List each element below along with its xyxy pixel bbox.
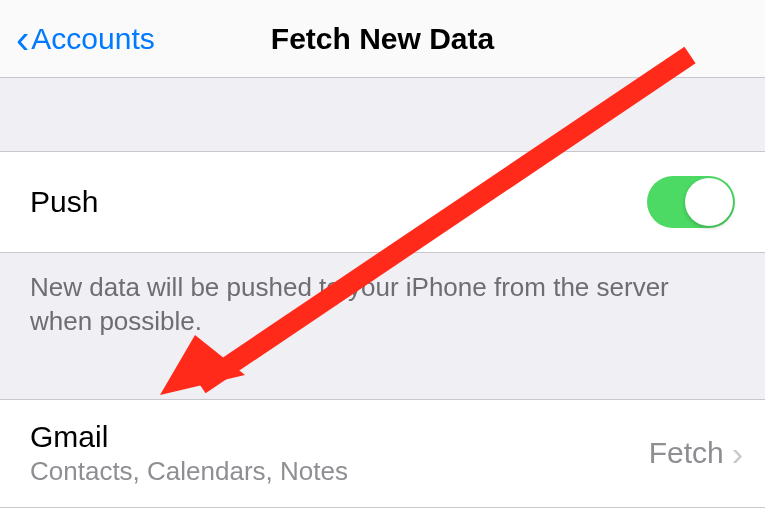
account-detail: Contacts, Calendars, Notes	[30, 456, 348, 487]
chevron-left-icon: ‹	[16, 19, 29, 59]
account-row-gmail[interactable]: Gmail Contacts, Calendars, Notes Fetch ›	[0, 400, 765, 508]
push-toggle[interactable]	[647, 176, 735, 228]
toggle-knob	[685, 178, 733, 226]
account-info: Gmail Contacts, Calendars, Notes	[30, 420, 348, 487]
page-title: Fetch New Data	[271, 22, 494, 56]
account-name: Gmail	[30, 420, 348, 454]
nav-bar: ‹ Accounts Fetch New Data	[0, 0, 765, 78]
push-description: New data will be pushed to your iPhone f…	[0, 253, 765, 400]
section-spacer	[0, 78, 765, 152]
back-button[interactable]: ‹ Accounts	[0, 19, 155, 59]
push-row: Push	[0, 152, 765, 253]
push-label: Push	[30, 185, 98, 219]
account-value-group: Fetch ›	[649, 434, 743, 473]
back-label: Accounts	[31, 22, 154, 56]
account-mode: Fetch	[649, 436, 724, 470]
chevron-right-icon: ›	[732, 434, 743, 473]
